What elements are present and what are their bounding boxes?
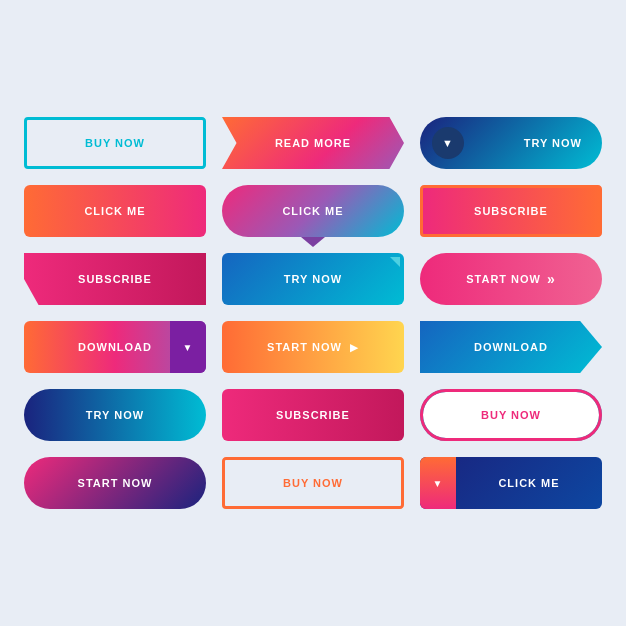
button-grid: BUY NOW READ MORE ▼ TRY NOW CLICK ME CLI… xyxy=(0,93,626,533)
read-more-label: READ MORE xyxy=(275,137,351,149)
download-orange-button[interactable]: DOWNLOAD ▼ xyxy=(24,321,206,373)
buy-now-white-label: BUY NOW xyxy=(481,409,541,421)
download-dark-label: DOWNLOAD xyxy=(474,341,548,353)
subscribe-outline-label: SUBSCRIBE xyxy=(474,205,548,217)
subscribe-magenta-label: SUBSCRIBE xyxy=(276,409,350,421)
read-more-button[interactable]: READ MORE xyxy=(222,117,404,169)
click-me-orange-label: CLICK ME xyxy=(84,205,145,217)
try-now-pill-label: TRY NOW xyxy=(524,137,582,149)
start-now-dark-label: START NOW xyxy=(78,477,153,489)
download-tab: ▼ xyxy=(170,321,206,373)
try-now-pill-button[interactable]: ▼ TRY NOW xyxy=(420,117,602,169)
click-me-tab: ▼ xyxy=(420,457,456,509)
buy-now-rect-button[interactable]: BUY NOW xyxy=(222,457,404,509)
try-now-dark-label: TRY NOW xyxy=(284,273,342,285)
try-now-icon: ▼ xyxy=(432,127,464,159)
download-arrow-icon: ▼ xyxy=(183,342,194,353)
try-now-dark-button[interactable]: TRY NOW xyxy=(222,253,404,305)
start-now-dark-button[interactable]: START NOW xyxy=(24,457,206,509)
buy-now-outline-label: BUY NOW xyxy=(85,137,145,149)
buy-now-rect-label: BUY NOW xyxy=(283,477,343,489)
start-now-arrows-button[interactable]: START NOW xyxy=(420,253,602,305)
start-now-arrow-label: START NOW xyxy=(267,341,342,353)
try-now-teal-label: TRY NOW xyxy=(86,409,144,421)
subscribe-outline-button[interactable]: SUBSCRIBE xyxy=(420,185,602,237)
buy-now-white-button[interactable]: BUY NOW xyxy=(420,389,602,441)
subscribe-magenta-button[interactable]: SUBSCRIBE xyxy=(222,389,404,441)
click-me-orange-button[interactable]: CLICK ME xyxy=(24,185,206,237)
subscribe-pink-label: SUBSCRIBE xyxy=(78,273,152,285)
start-now-arrows-label: START NOW xyxy=(466,273,541,285)
double-arrow-icon xyxy=(547,271,556,287)
subscribe-pink-button[interactable]: SUBSCRIBE xyxy=(24,253,206,305)
download-dark-button[interactable]: DOWNLOAD xyxy=(420,321,602,373)
click-me-dark-button[interactable]: ▼ CLICK ME xyxy=(420,457,602,509)
buy-now-outline-button[interactable]: BUY NOW xyxy=(24,117,206,169)
start-now-arrow-button[interactable]: START NOW xyxy=(222,321,404,373)
click-me-dark-label: CLICK ME xyxy=(498,477,559,489)
click-me-pink-label: CLICK ME xyxy=(282,205,343,217)
download-orange-label: DOWNLOAD xyxy=(78,341,152,353)
arrow-right-icon xyxy=(350,341,359,353)
try-now-teal-button[interactable]: TRY NOW xyxy=(24,389,206,441)
click-me-pink-button[interactable]: CLICK ME xyxy=(222,185,404,237)
click-me-tab-arrow: ▼ xyxy=(433,478,444,489)
